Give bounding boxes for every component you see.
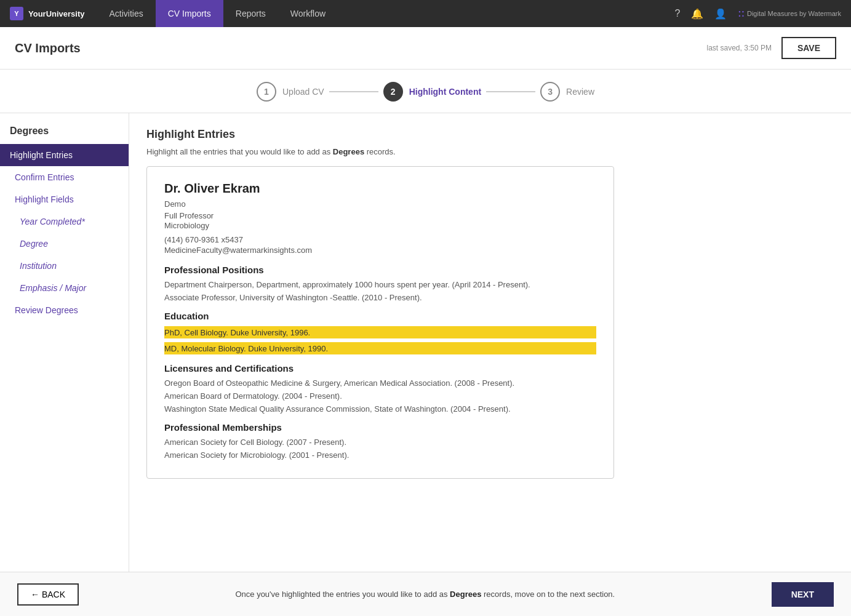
step-1: 1 Upload CV — [257, 82, 324, 102]
step-connector-2 — [486, 91, 535, 92]
brand-icon: Y — [10, 7, 23, 20]
step-3-circle: 3 — [540, 82, 560, 102]
watermark-logo: :: Digital Measures by Watermark — [738, 8, 841, 19]
last-saved: last saved, 3:50 PM — [707, 44, 772, 52]
sidebar-item-year-completed[interactable]: Year Completed* — [0, 210, 129, 233]
save-button[interactable]: SAVE — [781, 37, 836, 59]
step-3: 3 Review — [540, 82, 594, 102]
subtitle-pre: Highlight all the entries that you would… — [146, 147, 333, 156]
cv-entry: Associate Professor, University of Washi… — [164, 293, 596, 302]
sidebar-section-title: Degrees — [0, 126, 129, 144]
sidebar-item-highlight-fields[interactable]: Highlight Fields — [0, 188, 129, 210]
cv-section-professional-positions: Professional Positions — [164, 265, 596, 275]
step-2-circle: 2 — [383, 82, 403, 102]
stepper: 1 Upload CV 2 Highlight Content 3 Review — [0, 70, 851, 113]
main-content: Highlight Entries Highlight all the entr… — [129, 113, 851, 594]
footer-message: Once you've highlighted the entries you … — [235, 588, 615, 594]
subtitle-post: records. — [364, 147, 396, 156]
step-2: 2 Highlight Content — [383, 82, 481, 102]
sidebar-item-degree[interactable]: Degree — [0, 233, 129, 255]
back-button[interactable]: ← BACK — [17, 583, 79, 594]
sidebar: Degrees Highlight Entries Confirm Entrie… — [0, 113, 129, 594]
cv-highlighted-entry-2[interactable]: MD, Molecular Biology. Duke University, … — [164, 342, 596, 354]
next-button[interactable]: NEXT — [772, 582, 834, 594]
sidebar-item-institution[interactable]: Institution — [0, 255, 129, 277]
page-title: CV Imports — [15, 41, 81, 55]
step-3-label: Review — [566, 87, 594, 97]
cv-entry: American Society for Microbiology. (2001… — [164, 450, 596, 460]
cv-section-licensures: Licensures and Certifications — [164, 363, 596, 374]
step-2-label: Highlight Content — [409, 87, 481, 97]
cv-name: Dr. Oliver Ekram — [164, 182, 596, 196]
cv-demo: Demo — [164, 199, 596, 209]
cv-email: MedicineFaculty@watermarkinsights.com — [164, 246, 596, 255]
cv-highlighted-entry-1[interactable]: PhD, Cell Biology. Duke University, 1996… — [164, 326, 596, 338]
cv-phone: (414) 670-9361 x5437 — [164, 235, 596, 244]
user-icon[interactable]: 👤 — [714, 8, 727, 20]
footer-message-post: records, move on to the next section. — [481, 590, 615, 594]
watermark-text: Digital Measures by Watermark — [747, 10, 841, 17]
cv-entry: Department Chairperson, Department, appr… — [164, 280, 596, 289]
cv-entry: American Board of Dermatology. (2004 - P… — [164, 391, 596, 401]
subtitle-bold: Degrees — [333, 147, 364, 156]
step-connector-1 — [329, 91, 378, 92]
main-layout: Degrees Highlight Entries Confirm Entrie… — [0, 113, 851, 594]
brand-logo[interactable]: Y YourUniversity — [10, 7, 85, 20]
cv-department: Microbiology — [164, 221, 596, 230]
cv-document[interactable]: Dr. Oliver Ekram Demo Full Professor Mic… — [146, 166, 614, 479]
notification-icon[interactable]: 🔔 — [691, 8, 703, 20]
footer: ← BACK Once you've highlighted the entri… — [0, 572, 851, 594]
nav-links: Activities CV Imports Reports Workflow — [97, 0, 675, 27]
nav-right: ? 🔔 👤 :: Digital Measures by Watermark — [674, 8, 841, 20]
step-1-label: Upload CV — [282, 87, 324, 97]
sidebar-item-highlight-entries[interactable]: Highlight Entries — [0, 144, 129, 166]
page-header: CV Imports last saved, 3:50 PM SAVE — [0, 27, 851, 70]
nav-activities[interactable]: Activities — [97, 0, 156, 27]
cv-highlighted-text-1: PhD, Cell Biology. Duke University, 1996… — [164, 328, 310, 337]
cv-entry: American Society for Cell Biology. (2007… — [164, 438, 596, 447]
content-subtitle: Highlight all the entries that you would… — [146, 147, 834, 156]
help-icon[interactable]: ? — [674, 8, 680, 19]
sidebar-item-confirm-entries[interactable]: Confirm Entries — [0, 166, 129, 188]
nav-cv-imports[interactable]: CV Imports — [156, 0, 223, 27]
brand-name: YourUniversity — [28, 9, 85, 18]
step-1-circle: 1 — [257, 82, 276, 102]
nav-reports[interactable]: Reports — [223, 0, 278, 27]
sidebar-item-review-degrees[interactable]: Review Degrees — [0, 299, 129, 321]
cv-section-memberships: Professional Memberships — [164, 422, 596, 433]
cv-entry: Washington State Medical Quality Assuran… — [164, 404, 596, 414]
footer-message-bold: Degrees — [450, 590, 481, 594]
footer-message-pre: Once you've highlighted the entries you … — [235, 590, 450, 594]
nav-workflow[interactable]: Workflow — [278, 0, 338, 27]
top-navigation: Y YourUniversity Activities CV Imports R… — [0, 0, 851, 27]
content-title: Highlight Entries — [146, 128, 834, 141]
cv-position: Full Professor — [164, 211, 596, 220]
cv-highlighted-text-2: MD, Molecular Biology. Duke University, … — [164, 344, 328, 353]
cv-entry: Oregon Board of Osteopathic Medicine & S… — [164, 378, 596, 388]
cv-section-education: Education — [164, 311, 596, 321]
sidebar-item-emphasis-major[interactable]: Emphasis / Major — [0, 277, 129, 299]
